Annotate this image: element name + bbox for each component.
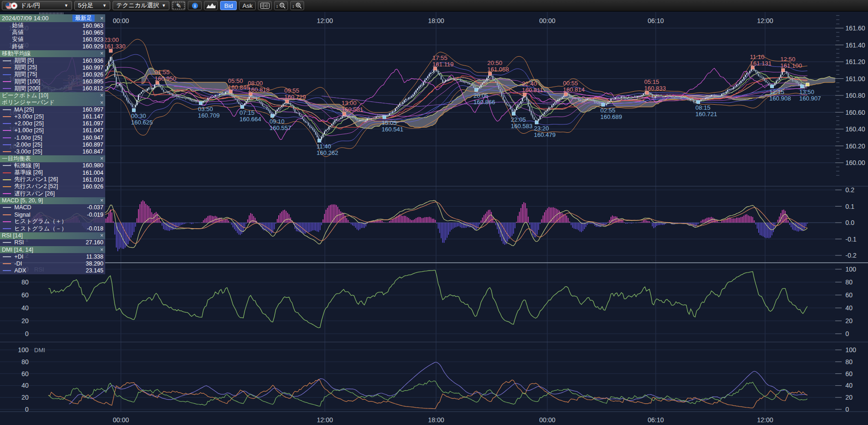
series-color-swatch [3, 88, 11, 89]
indicator-label: +DI [14, 254, 24, 260]
chart-canvas[interactable]: 161.60161.60161.40161.40161.20161.20161.… [0, 0, 868, 425]
timeframe-label: 5分足 [78, 1, 93, 10]
technical-select-button[interactable]: テクニカル選択 ▼ [113, 1, 169, 10]
indicator-label: RSI [14] [2, 232, 23, 239]
svg-text:80: 80 [845, 358, 853, 366]
svg-text:18:00: 18:00 [428, 17, 444, 24]
series-color-swatch [3, 151, 11, 152]
indicator-label: DMI [14, 14] [2, 247, 33, 253]
svg-text:160.625: 160.625 [131, 119, 153, 126]
indicator-value: 38.290 [86, 260, 103, 267]
svg-text:05:15: 05:15 [644, 78, 659, 85]
indicator-value: 161.010 [83, 177, 103, 183]
indicator-value: 23.145 [86, 267, 103, 274]
indicator-value: 161.004 [83, 170, 103, 176]
latest-candle-badge[interactable]: 最新足 [72, 15, 95, 22]
indicator-label: ヒストグラム（－） [14, 225, 67, 233]
svg-text:12:00: 12:00 [317, 17, 333, 24]
svg-text:161.100: 161.100 [780, 62, 802, 69]
indicator-value: 160.812 [83, 85, 103, 92]
close-icon[interactable]: × [97, 232, 103, 239]
series-color-swatch [3, 242, 11, 243]
draw-pencil-button[interactable]: ✎ [172, 1, 186, 10]
indicator-row: -2.00σ [25] 160.897 × [0, 141, 105, 148]
svg-text:17:55: 17:55 [432, 54, 448, 61]
svg-text:06:10: 06:10 [647, 416, 664, 424]
indicator-value: 161.147 [83, 113, 103, 120]
svg-text:160.80: 160.80 [845, 92, 865, 99]
bid-button[interactable]: Bid [220, 1, 237, 10]
section-header-row: ピークボトム [10] × [0, 92, 105, 99]
zoom-out-button[interactable]: ↕ [274, 1, 288, 10]
timeframe-select[interactable]: 5分足 ▼ [74, 1, 110, 10]
close-icon[interactable]: × [97, 155, 103, 162]
svg-text:01:55: 01:55 [155, 69, 170, 76]
indicator-row: ヒストグラム（＋） × [0, 218, 105, 225]
indicator-value: 160.926 [83, 71, 103, 78]
svg-text:160.846: 160.846 [228, 84, 250, 91]
svg-text:160.00: 160.00 [845, 159, 865, 166]
indicator-value: 160.980 [83, 162, 103, 169]
candle-info-header: 2024/07/09 14:00 最新足 × [0, 14, 105, 22]
svg-text:↕: ↕ [292, 4, 294, 9]
indicator-label: -DI [14, 260, 22, 267]
svg-text:12:00: 12:00 [317, 416, 333, 424]
close-icon[interactable]: × [97, 92, 103, 99]
svg-text:13:00: 13:00 [341, 100, 357, 106]
series-color-swatch [3, 116, 11, 117]
currency-pair-select[interactable]: ドル/円 ▼ [2, 1, 72, 10]
indicator-value: 160.936 [83, 58, 103, 64]
svg-text:00:00: 00:00 [539, 416, 555, 424]
candle-chart-button[interactable] [258, 1, 272, 10]
indicator-row: ADX 23.145 × [0, 267, 105, 274]
close-icon[interactable]: × [97, 247, 103, 253]
svg-text:160.866: 160.866 [473, 99, 495, 106]
svg-text:11:10: 11:10 [750, 53, 765, 60]
zoom-in-button[interactable]: ↕ [290, 1, 304, 10]
indicator-row: 遅行スパン [26] × [0, 190, 105, 197]
flag-icons [6, 2, 18, 9]
indicator-label: +1.00σ [25] [14, 127, 44, 134]
indicator-value: 161.097 [83, 120, 103, 127]
section-header-row: MACD [5, 20, 9] × [0, 197, 105, 204]
svg-text:160.479: 160.479 [534, 131, 556, 138]
svg-text:161.20: 161.20 [845, 58, 865, 65]
svg-text:60: 60 [845, 370, 853, 378]
svg-text:-0.2: -0.2 [845, 252, 856, 259]
close-icon[interactable]: × [97, 197, 103, 204]
svg-text:40: 40 [845, 304, 853, 312]
svg-text:12:50: 12:50 [780, 56, 796, 63]
indicator-row: -1.00σ [25] 160.947 × [0, 134, 105, 141]
svg-text:161.00: 161.00 [845, 75, 865, 83]
series-color-swatch [3, 39, 9, 40]
close-icon[interactable]: × [97, 100, 103, 106]
series-color-swatch [3, 144, 11, 145]
indicator-label: Signal [14, 212, 30, 218]
svg-text:06:10: 06:10 [647, 17, 664, 24]
indicator-row: 先行スパン1 [26] 161.010 × [0, 176, 105, 183]
currency-pair-label: ドル/円 [20, 1, 40, 10]
indicator-value: 27.160 [86, 239, 103, 246]
ask-button[interactable]: Ask [239, 1, 256, 10]
latest-candle-marker [806, 83, 809, 86]
indicator-label: RSI [14, 239, 24, 246]
indicator-panel: 2024/07/09 14:00 最新足 × 始値 160.963 × 高値 1… [0, 14, 105, 274]
indicator-row: 期間 [75] 160.926 × [0, 71, 105, 78]
indicator-row: 期間 [100] 160.895 × [0, 78, 105, 85]
indicator-value: 160.947 [83, 135, 103, 141]
series-color-swatch [3, 228, 11, 229]
section-header-row: 移動平均線 × [0, 50, 105, 57]
indicator-row: 高値 160.965 × [0, 29, 105, 36]
area-chart-button[interactable] [204, 1, 218, 10]
svg-text:40: 40 [21, 382, 29, 389]
close-icon[interactable]: × [97, 15, 103, 22]
indicator-row: 終値 160.929 × [0, 43, 105, 50]
indicator-label: -2.00σ [25] [14, 142, 42, 148]
svg-text:161.131: 161.131 [750, 60, 772, 67]
close-icon[interactable]: × [97, 50, 103, 57]
svg-text:00:00: 00:00 [539, 17, 555, 24]
info-button[interactable]: i [188, 1, 202, 10]
series-color-swatch [3, 137, 11, 138]
series-color-swatch [3, 221, 11, 222]
series-color-swatch [3, 67, 11, 68]
